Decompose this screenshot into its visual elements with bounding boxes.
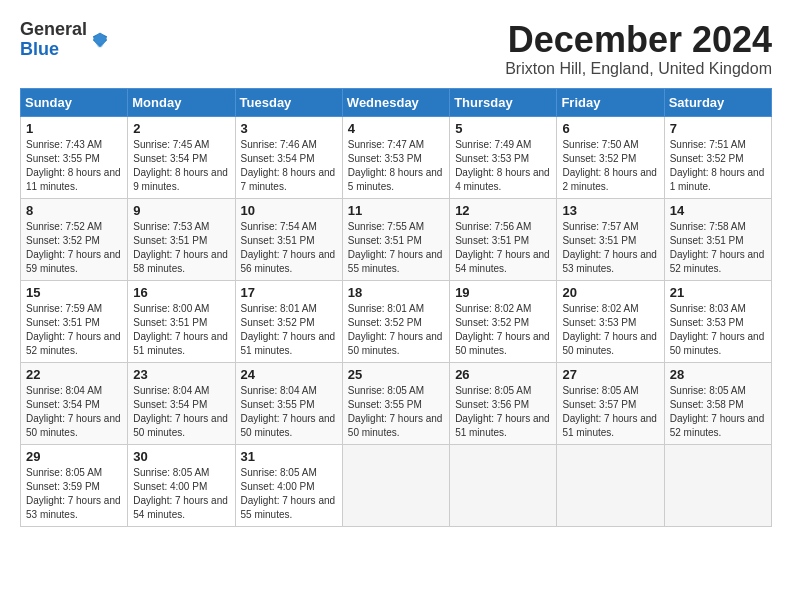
calendar-body: 1 Sunrise: 7:43 AM Sunset: 3:55 PM Dayli… [21,116,772,526]
calendar-cell: 5 Sunrise: 7:49 AM Sunset: 3:53 PM Dayli… [450,116,557,198]
calendar-week-2: 8 Sunrise: 7:52 AM Sunset: 3:52 PM Dayli… [21,198,772,280]
logo-blue-text: Blue [20,40,87,60]
day-number: 24 [241,367,337,382]
month-title: December 2024 [505,20,772,60]
day-number: 15 [26,285,122,300]
day-info: Sunrise: 7:59 AM Sunset: 3:51 PM Dayligh… [26,303,121,356]
calendar-cell: 24 Sunrise: 8:04 AM Sunset: 3:55 PM Dayl… [235,362,342,444]
day-number: 13 [562,203,658,218]
day-info: Sunrise: 7:55 AM Sunset: 3:51 PM Dayligh… [348,221,443,274]
day-info: Sunrise: 8:05 AM Sunset: 4:00 PM Dayligh… [241,467,336,520]
day-info: Sunrise: 7:58 AM Sunset: 3:51 PM Dayligh… [670,221,765,274]
day-info: Sunrise: 8:04 AM Sunset: 3:55 PM Dayligh… [241,385,336,438]
day-number: 3 [241,121,337,136]
day-info: Sunrise: 8:05 AM Sunset: 3:57 PM Dayligh… [562,385,657,438]
day-number: 4 [348,121,444,136]
day-info: Sunrise: 7:49 AM Sunset: 3:53 PM Dayligh… [455,139,550,192]
day-info: Sunrise: 8:05 AM Sunset: 3:56 PM Dayligh… [455,385,550,438]
calendar-cell: 12 Sunrise: 7:56 AM Sunset: 3:51 PM Dayl… [450,198,557,280]
calendar-cell: 26 Sunrise: 8:05 AM Sunset: 3:56 PM Dayl… [450,362,557,444]
day-info: Sunrise: 7:56 AM Sunset: 3:51 PM Dayligh… [455,221,550,274]
calendar-cell [664,444,771,526]
calendar-header-row: Sunday Monday Tuesday Wednesday Thursday… [21,88,772,116]
calendar-cell: 3 Sunrise: 7:46 AM Sunset: 3:54 PM Dayli… [235,116,342,198]
header-thursday: Thursday [450,88,557,116]
calendar-cell: 4 Sunrise: 7:47 AM Sunset: 3:53 PM Dayli… [342,116,449,198]
calendar-cell: 20 Sunrise: 8:02 AM Sunset: 3:53 PM Dayl… [557,280,664,362]
calendar-cell [557,444,664,526]
day-number: 8 [26,203,122,218]
day-info: Sunrise: 8:05 AM Sunset: 3:59 PM Dayligh… [26,467,121,520]
day-info: Sunrise: 8:05 AM Sunset: 3:58 PM Dayligh… [670,385,765,438]
day-number: 10 [241,203,337,218]
day-number: 17 [241,285,337,300]
calendar-cell: 2 Sunrise: 7:45 AM Sunset: 3:54 PM Dayli… [128,116,235,198]
day-number: 29 [26,449,122,464]
header-friday: Friday [557,88,664,116]
calendar-cell: 15 Sunrise: 7:59 AM Sunset: 3:51 PM Dayl… [21,280,128,362]
calendar-cell: 30 Sunrise: 8:05 AM Sunset: 4:00 PM Dayl… [128,444,235,526]
calendar-cell: 7 Sunrise: 7:51 AM Sunset: 3:52 PM Dayli… [664,116,771,198]
day-info: Sunrise: 8:04 AM Sunset: 3:54 PM Dayligh… [26,385,121,438]
day-number: 25 [348,367,444,382]
day-info: Sunrise: 8:02 AM Sunset: 3:52 PM Dayligh… [455,303,550,356]
calendar-table: Sunday Monday Tuesday Wednesday Thursday… [20,88,772,527]
title-section: December 2024 Brixton Hill, England, Uni… [505,20,772,78]
day-number: 16 [133,285,229,300]
day-number: 30 [133,449,229,464]
calendar-cell: 18 Sunrise: 8:01 AM Sunset: 3:52 PM Dayl… [342,280,449,362]
day-info: Sunrise: 8:05 AM Sunset: 3:55 PM Dayligh… [348,385,443,438]
day-info: Sunrise: 8:00 AM Sunset: 3:51 PM Dayligh… [133,303,228,356]
day-number: 22 [26,367,122,382]
calendar-week-3: 15 Sunrise: 7:59 AM Sunset: 3:51 PM Dayl… [21,280,772,362]
day-number: 12 [455,203,551,218]
day-info: Sunrise: 7:45 AM Sunset: 3:54 PM Dayligh… [133,139,228,192]
calendar-cell: 11 Sunrise: 7:55 AM Sunset: 3:51 PM Dayl… [342,198,449,280]
day-info: Sunrise: 8:02 AM Sunset: 3:53 PM Dayligh… [562,303,657,356]
calendar-cell: 1 Sunrise: 7:43 AM Sunset: 3:55 PM Dayli… [21,116,128,198]
calendar-cell: 16 Sunrise: 8:00 AM Sunset: 3:51 PM Dayl… [128,280,235,362]
calendar-cell [450,444,557,526]
calendar-week-1: 1 Sunrise: 7:43 AM Sunset: 3:55 PM Dayli… [21,116,772,198]
day-info: Sunrise: 7:47 AM Sunset: 3:53 PM Dayligh… [348,139,443,192]
day-info: Sunrise: 8:01 AM Sunset: 3:52 PM Dayligh… [241,303,336,356]
day-number: 7 [670,121,766,136]
day-info: Sunrise: 7:50 AM Sunset: 3:52 PM Dayligh… [562,139,657,192]
calendar-cell: 27 Sunrise: 8:05 AM Sunset: 3:57 PM Dayl… [557,362,664,444]
day-number: 27 [562,367,658,382]
day-number: 31 [241,449,337,464]
day-number: 5 [455,121,551,136]
day-number: 6 [562,121,658,136]
day-info: Sunrise: 8:03 AM Sunset: 3:53 PM Dayligh… [670,303,765,356]
calendar-cell: 28 Sunrise: 8:05 AM Sunset: 3:58 PM Dayl… [664,362,771,444]
day-number: 28 [670,367,766,382]
calendar-cell: 9 Sunrise: 7:53 AM Sunset: 3:51 PM Dayli… [128,198,235,280]
calendar-cell: 8 Sunrise: 7:52 AM Sunset: 3:52 PM Dayli… [21,198,128,280]
day-number: 21 [670,285,766,300]
calendar-cell [342,444,449,526]
calendar-cell: 14 Sunrise: 7:58 AM Sunset: 3:51 PM Dayl… [664,198,771,280]
day-number: 26 [455,367,551,382]
calendar-cell: 21 Sunrise: 8:03 AM Sunset: 3:53 PM Dayl… [664,280,771,362]
day-number: 9 [133,203,229,218]
header-sunday: Sunday [21,88,128,116]
calendar-cell: 13 Sunrise: 7:57 AM Sunset: 3:51 PM Dayl… [557,198,664,280]
day-info: Sunrise: 7:54 AM Sunset: 3:51 PM Dayligh… [241,221,336,274]
day-number: 14 [670,203,766,218]
location-text: Brixton Hill, England, United Kingdom [505,60,772,78]
calendar-cell: 23 Sunrise: 8:04 AM Sunset: 3:54 PM Dayl… [128,362,235,444]
day-info: Sunrise: 7:51 AM Sunset: 3:52 PM Dayligh… [670,139,765,192]
day-number: 1 [26,121,122,136]
day-number: 19 [455,285,551,300]
day-info: Sunrise: 8:04 AM Sunset: 3:54 PM Dayligh… [133,385,228,438]
calendar-week-5: 29 Sunrise: 8:05 AM Sunset: 3:59 PM Dayl… [21,444,772,526]
logo-icon [91,31,109,49]
logo-general-text: General [20,20,87,40]
calendar-cell: 19 Sunrise: 8:02 AM Sunset: 3:52 PM Dayl… [450,280,557,362]
calendar-cell: 6 Sunrise: 7:50 AM Sunset: 3:52 PM Dayli… [557,116,664,198]
day-info: Sunrise: 7:53 AM Sunset: 3:51 PM Dayligh… [133,221,228,274]
day-info: Sunrise: 8:05 AM Sunset: 4:00 PM Dayligh… [133,467,228,520]
page-header: General Blue December 2024 Brixton Hill,… [20,20,772,78]
calendar-cell: 31 Sunrise: 8:05 AM Sunset: 4:00 PM Dayl… [235,444,342,526]
header-wednesday: Wednesday [342,88,449,116]
